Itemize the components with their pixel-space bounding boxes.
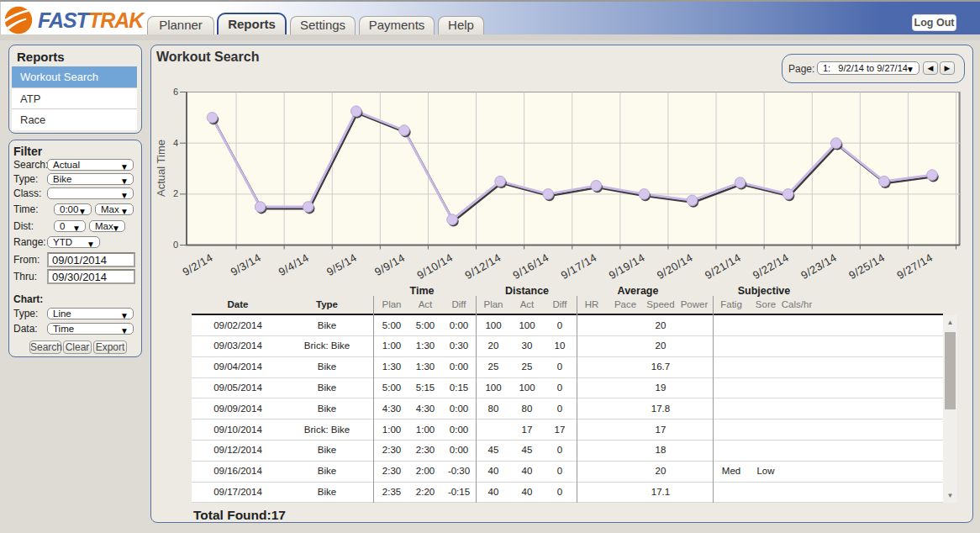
svg-text:9/23/14: 9/23/14 [798, 251, 839, 282]
svg-text:9/20/14: 9/20/14 [655, 251, 695, 282]
svg-text:9/16/14: 9/16/14 [511, 251, 551, 282]
svg-text:9/5/14: 9/5/14 [324, 251, 359, 279]
svg-text:9/12/14: 9/12/14 [463, 251, 503, 282]
svg-text:9/3/14: 9/3/14 [229, 251, 263, 279]
svg-text:9/27/14: 9/27/14 [894, 251, 935, 282]
svg-text:9/21/14: 9/21/14 [703, 251, 743, 282]
svg-text:Actual Time: Actual Time [155, 140, 167, 197]
svg-text:9/9/14: 9/9/14 [372, 251, 407, 279]
svg-text:9/4/14: 9/4/14 [277, 251, 311, 279]
svg-text:9/17/14: 9/17/14 [559, 251, 599, 282]
svg-text:6: 6 [173, 87, 178, 97]
svg-text:2: 2 [173, 188, 178, 198]
svg-text:0: 0 [173, 240, 178, 250]
svg-text:9/2/14: 9/2/14 [181, 251, 215, 279]
svg-text:9/22/14: 9/22/14 [751, 251, 791, 282]
svg-text:4: 4 [173, 138, 178, 148]
svg-text:9/25/14: 9/25/14 [846, 251, 887, 282]
svg-text:9/10/14: 9/10/14 [414, 251, 455, 282]
svg-text:9/19/14: 9/19/14 [607, 251, 647, 282]
